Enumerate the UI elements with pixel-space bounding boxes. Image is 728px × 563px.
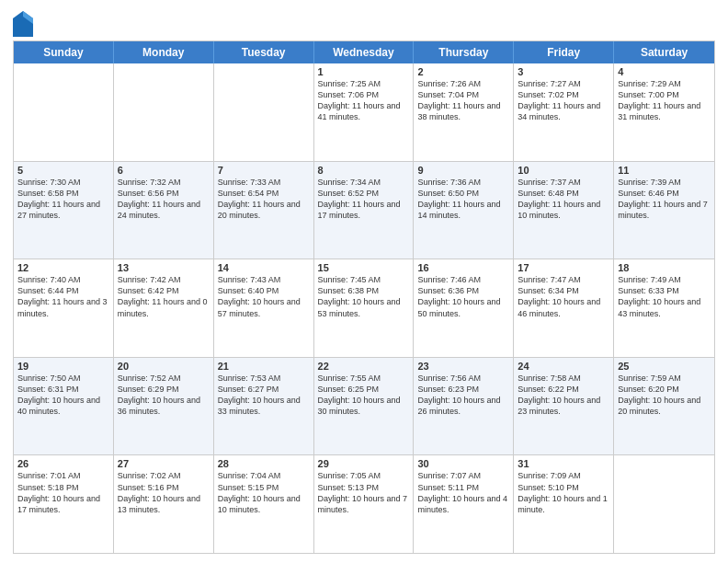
day-info: Sunrise: 7:43 AM Sunset: 6:40 PM Dayligh… (218, 274, 310, 319)
day-info: Sunrise: 7:36 AM Sunset: 6:50 PM Dayligh… (417, 177, 509, 222)
calendar-header: SundayMondayTuesdayWednesdayThursdayFrid… (14, 41, 714, 63)
day-number: 21 (218, 361, 310, 372)
day-cell-26: 26Sunrise: 7:01 AM Sunset: 5:18 PM Dayli… (14, 455, 114, 553)
day-cell-21: 21Sunrise: 7:53 AM Sunset: 6:27 PM Dayli… (214, 358, 314, 455)
day-info: Sunrise: 7:32 AM Sunset: 6:56 PM Dayligh… (118, 177, 210, 222)
day-number: 18 (618, 262, 711, 273)
day-number: 4 (618, 66, 711, 77)
day-number: 17 (518, 262, 609, 273)
empty-cell-4-6 (614, 455, 714, 553)
day-cell-1: 1Sunrise: 7:25 AM Sunset: 7:06 PM Daylig… (314, 63, 415, 161)
day-info: Sunrise: 7:55 AM Sunset: 6:25 PM Dayligh… (318, 373, 410, 418)
day-info: Sunrise: 7:29 AM Sunset: 7:00 PM Dayligh… (618, 78, 711, 123)
day-info: Sunrise: 7:49 AM Sunset: 6:33 PM Dayligh… (618, 274, 711, 319)
day-info: Sunrise: 7:46 AM Sunset: 6:36 PM Dayligh… (417, 274, 509, 319)
day-number: 15 (318, 262, 410, 273)
day-number: 11 (618, 165, 711, 176)
header-day-monday: Monday (114, 41, 214, 63)
day-cell-31: 31Sunrise: 7:09 AM Sunset: 5:10 PM Dayli… (514, 455, 614, 553)
day-info: Sunrise: 7:56 AM Sunset: 6:23 PM Dayligh… (417, 373, 509, 418)
day-number: 9 (417, 165, 509, 176)
day-number: 1 (318, 66, 410, 77)
header-day-friday: Friday (514, 41, 614, 63)
day-number: 16 (417, 262, 509, 273)
day-cell-18: 18Sunrise: 7:49 AM Sunset: 6:33 PM Dayli… (614, 259, 714, 357)
empty-cell-0-2 (214, 63, 314, 161)
day-number: 8 (318, 165, 410, 176)
day-cell-24: 24Sunrise: 7:58 AM Sunset: 6:22 PM Dayli… (514, 358, 614, 455)
day-cell-10: 10Sunrise: 7:37 AM Sunset: 6:48 PM Dayli… (514, 162, 614, 259)
page-header (13, 9, 715, 37)
day-info: Sunrise: 7:45 AM Sunset: 6:38 PM Dayligh… (318, 274, 410, 319)
day-cell-27: 27Sunrise: 7:02 AM Sunset: 5:16 PM Dayli… (114, 455, 214, 553)
header-day-saturday: Saturday (614, 41, 714, 63)
day-cell-7: 7Sunrise: 7:33 AM Sunset: 6:54 PM Daylig… (214, 162, 314, 259)
day-info: Sunrise: 7:02 AM Sunset: 5:16 PM Dayligh… (118, 470, 210, 515)
calendar-body: 1Sunrise: 7:25 AM Sunset: 7:06 PM Daylig… (14, 63, 714, 553)
day-cell-4: 4Sunrise: 7:29 AM Sunset: 7:00 PM Daylig… (614, 63, 714, 161)
day-cell-29: 29Sunrise: 7:05 AM Sunset: 5:13 PM Dayli… (314, 455, 415, 553)
day-cell-20: 20Sunrise: 7:52 AM Sunset: 6:29 PM Dayli… (114, 358, 214, 455)
day-info: Sunrise: 7:34 AM Sunset: 6:52 PM Dayligh… (318, 177, 410, 222)
day-info: Sunrise: 7:39 AM Sunset: 6:46 PM Dayligh… (618, 177, 711, 222)
day-cell-28: 28Sunrise: 7:04 AM Sunset: 5:15 PM Dayli… (214, 455, 314, 553)
day-info: Sunrise: 7:50 AM Sunset: 6:31 PM Dayligh… (17, 373, 109, 418)
day-cell-15: 15Sunrise: 7:45 AM Sunset: 6:38 PM Dayli… (314, 259, 415, 357)
logo (13, 11, 36, 37)
day-cell-30: 30Sunrise: 7:07 AM Sunset: 5:11 PM Dayli… (414, 455, 514, 553)
day-info: Sunrise: 7:58 AM Sunset: 6:22 PM Dayligh… (518, 373, 609, 418)
day-info: Sunrise: 7:37 AM Sunset: 6:48 PM Dayligh… (518, 177, 609, 222)
day-number: 27 (118, 458, 210, 469)
day-cell-25: 25Sunrise: 7:59 AM Sunset: 6:20 PM Dayli… (614, 358, 714, 455)
header-day-thursday: Thursday (414, 41, 514, 63)
calendar: SundayMondayTuesdayWednesdayThursdayFrid… (13, 40, 715, 554)
calendar-row-0: 1Sunrise: 7:25 AM Sunset: 7:06 PM Daylig… (14, 63, 714, 161)
day-cell-12: 12Sunrise: 7:40 AM Sunset: 6:44 PM Dayli… (14, 259, 114, 357)
day-number: 20 (118, 361, 210, 372)
empty-cell-0-0 (14, 63, 114, 161)
day-number: 5 (17, 165, 109, 176)
day-cell-22: 22Sunrise: 7:55 AM Sunset: 6:25 PM Dayli… (314, 358, 415, 455)
day-number: 2 (417, 66, 509, 77)
day-cell-17: 17Sunrise: 7:47 AM Sunset: 6:34 PM Dayli… (514, 259, 614, 357)
calendar-row-3: 19Sunrise: 7:50 AM Sunset: 6:31 PM Dayli… (14, 357, 714, 455)
day-cell-8: 8Sunrise: 7:34 AM Sunset: 6:52 PM Daylig… (314, 162, 415, 259)
day-cell-13: 13Sunrise: 7:42 AM Sunset: 6:42 PM Dayli… (114, 259, 214, 357)
day-cell-3: 3Sunrise: 7:27 AM Sunset: 7:02 PM Daylig… (514, 63, 614, 161)
header-day-tuesday: Tuesday (214, 41, 314, 63)
day-info: Sunrise: 7:30 AM Sunset: 6:58 PM Dayligh… (17, 177, 109, 222)
empty-cell-0-1 (114, 63, 214, 161)
day-number: 6 (118, 165, 210, 176)
day-info: Sunrise: 7:05 AM Sunset: 5:13 PM Dayligh… (318, 470, 410, 515)
day-number: 25 (618, 361, 711, 372)
day-info: Sunrise: 7:04 AM Sunset: 5:15 PM Dayligh… (218, 470, 310, 515)
day-info: Sunrise: 7:25 AM Sunset: 7:06 PM Dayligh… (318, 78, 410, 123)
day-info: Sunrise: 7:52 AM Sunset: 6:29 PM Dayligh… (118, 373, 210, 418)
calendar-row-2: 12Sunrise: 7:40 AM Sunset: 6:44 PM Dayli… (14, 259, 714, 357)
calendar-row-1: 5Sunrise: 7:30 AM Sunset: 6:58 PM Daylig… (14, 161, 714, 259)
day-number: 26 (17, 458, 109, 469)
day-number: 28 (218, 458, 310, 469)
day-number: 7 (218, 165, 310, 176)
day-info: Sunrise: 7:09 AM Sunset: 5:10 PM Dayligh… (518, 470, 609, 515)
day-number: 13 (118, 262, 210, 273)
day-cell-14: 14Sunrise: 7:43 AM Sunset: 6:40 PM Dayli… (214, 259, 314, 357)
day-cell-16: 16Sunrise: 7:46 AM Sunset: 6:36 PM Dayli… (414, 259, 514, 357)
day-info: Sunrise: 7:27 AM Sunset: 7:02 PM Dayligh… (518, 78, 609, 123)
day-number: 14 (218, 262, 310, 273)
day-info: Sunrise: 7:26 AM Sunset: 7:04 PM Dayligh… (417, 78, 509, 123)
day-info: Sunrise: 7:59 AM Sunset: 6:20 PM Dayligh… (618, 373, 711, 418)
day-number: 10 (518, 165, 609, 176)
header-day-sunday: Sunday (14, 41, 114, 63)
day-info: Sunrise: 7:53 AM Sunset: 6:27 PM Dayligh… (218, 373, 310, 418)
day-number: 3 (518, 66, 609, 77)
day-info: Sunrise: 7:01 AM Sunset: 5:18 PM Dayligh… (17, 470, 109, 515)
day-info: Sunrise: 7:40 AM Sunset: 6:44 PM Dayligh… (17, 274, 109, 319)
day-cell-2: 2Sunrise: 7:26 AM Sunset: 7:04 PM Daylig… (414, 63, 514, 161)
day-cell-11: 11Sunrise: 7:39 AM Sunset: 6:46 PM Dayli… (614, 162, 714, 259)
calendar-row-4: 26Sunrise: 7:01 AM Sunset: 5:18 PM Dayli… (14, 454, 714, 553)
day-cell-23: 23Sunrise: 7:56 AM Sunset: 6:23 PM Dayli… (414, 358, 514, 455)
logo-icon (13, 11, 33, 37)
day-cell-19: 19Sunrise: 7:50 AM Sunset: 6:31 PM Dayli… (14, 358, 114, 455)
day-number: 29 (318, 458, 410, 469)
